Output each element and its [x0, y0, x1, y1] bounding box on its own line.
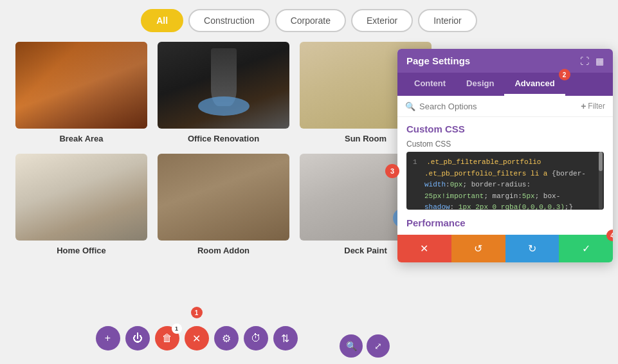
portfolio-img-office-renovation — [158, 42, 289, 129]
sliders-button[interactable]: ⇅ — [273, 326, 298, 350]
portfolio-label-office-renovation: Office Renovation — [188, 134, 259, 143]
portfolio-label-room-addon: Room Addon — [197, 246, 250, 255]
css-property-width: width — [424, 181, 446, 188]
add-button[interactable]: + — [96, 326, 120, 350]
panel-action-bar: ✕ ↺ ↻ ✓ 4 — [397, 235, 613, 262]
search-icon: 🔍 — [405, 102, 415, 111]
line-number: 1 — [413, 158, 417, 166]
bottom-toolbar: + ⏻ 🗑 1 ✕ 1 ⚙ ⏱ ⇅ — [0, 319, 393, 358]
portfolio-img-break-area — [15, 42, 147, 129]
portfolio-item-home-office[interactable]: Home Office — [15, 154, 147, 255]
portfolio-img-room-addon — [158, 154, 289, 241]
clock-button[interactable]: ⏱ — [244, 326, 268, 350]
close-button[interactable]: ✕ 1 — [185, 326, 209, 350]
css-class-name: .et_pb_filterable_portfolio — [426, 158, 541, 166]
filter-plus-icon: + — [581, 101, 586, 111]
panel-content: Custom CSS Custom CSS 1 .et_pb_filterabl… — [397, 117, 613, 235]
performance-section-title: Performance — [406, 217, 604, 228]
filter-tabs: All Construction Corporate Exterior Inte… — [0, 0, 618, 39]
trash-button[interactable]: 🗑 1 — [155, 326, 179, 350]
tab-all[interactable]: All — [141, 9, 183, 32]
expand-corner-button[interactable]: ⤢ — [367, 334, 390, 358]
search-input[interactable] — [419, 102, 577, 111]
portfolio-label-deck-paint: Deck Paint — [344, 246, 386, 255]
css-class-name-2: .et_pb_portfolio_filters li a — [424, 170, 552, 177]
trash-count: 1 — [172, 323, 182, 334]
filter-label: Filter — [588, 102, 605, 111]
advanced-badge: 2 — [559, 69, 570, 80]
css-field-label: Custom CSS — [406, 140, 604, 149]
page-settings-panel: Page Settings ⛶ ▦ Content Design Advance… — [397, 49, 613, 262]
tab-content[interactable]: Content — [404, 73, 456, 96]
redo-button[interactable]: ↻ — [505, 235, 559, 262]
panel-header-icons: ⛶ ▦ — [580, 56, 604, 66]
portfolio-item-break-area[interactable]: Break Area — [15, 42, 147, 143]
panel-title: Page Settings — [406, 55, 470, 66]
undo-button[interactable]: ↺ — [451, 235, 505, 262]
right-corner-buttons: 🔍 ⤢ — [340, 334, 390, 358]
filter-button[interactable]: + Filter — [581, 101, 605, 111]
portfolio-item-room-addon[interactable]: Room Addon — [158, 154, 289, 255]
cancel-button[interactable]: ✕ — [397, 235, 451, 262]
save-badge: 4 — [606, 230, 613, 241]
panel-search: 🔍 + Filter — [397, 96, 613, 117]
columns-icon[interactable]: ▦ — [595, 56, 604, 66]
scrollbar[interactable] — [599, 152, 603, 210]
tab-design[interactable]: Design — [456, 73, 504, 96]
css-editor[interactable]: 1 .et_pb_filterable_portfolio .et_pb_por… — [406, 152, 604, 210]
tab-advanced[interactable]: Advanced 2 — [504, 73, 565, 96]
step1-badge: 1 — [191, 307, 203, 318]
search-corner-button[interactable]: 🔍 — [340, 334, 363, 358]
scrollbar-thumb — [599, 152, 603, 171]
portfolio-label-break-area: Break Area — [59, 134, 103, 143]
save-button[interactable]: ✓ 4 — [559, 235, 613, 262]
power-button[interactable]: ⏻ — [125, 326, 150, 350]
tab-exterior[interactable]: Exterior — [351, 9, 413, 32]
tab-interior[interactable]: Interior — [418, 9, 477, 32]
portfolio-img-home-office — [15, 154, 147, 241]
css-property-shadow: shadow — [424, 203, 450, 210]
panel-header: Page Settings ⛶ ▦ — [397, 49, 613, 73]
tab-corporate[interactable]: Corporate — [275, 9, 346, 32]
custom-css-section-title: Custom CSS — [406, 123, 604, 134]
tab-construction[interactable]: Construction — [188, 9, 270, 32]
step3-badge: 3 — [385, 164, 399, 178]
portfolio-label-sun-room: Sun Room — [345, 134, 386, 143]
panel-tabs: Content Design Advanced 2 — [397, 73, 613, 96]
settings-button[interactable]: ⚙ — [214, 326, 239, 350]
portfolio-item-office-renovation[interactable]: Office Renovation — [158, 42, 289, 143]
portfolio-label-home-office: Home Office — [57, 246, 106, 255]
fullscreen-icon[interactable]: ⛶ — [580, 56, 589, 66]
